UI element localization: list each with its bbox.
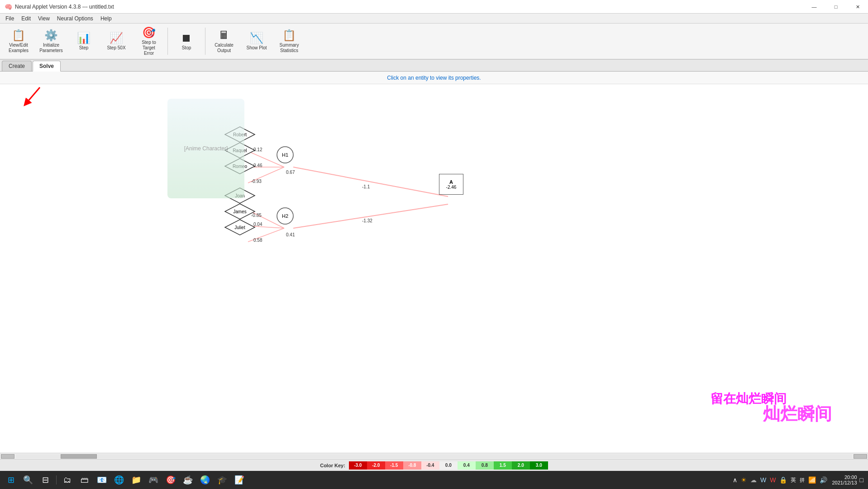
scroll-right-button[interactable] (854, 454, 867, 459)
summary-stats-label: SummaryStatistics (280, 43, 299, 53)
step-target-icon: 🎯 (142, 26, 156, 39)
scroll-track[interactable] (15, 454, 853, 459)
step-target-button[interactable]: 🎯 Step to TargetError (133, 25, 165, 57)
tab-bar: Create Solve (0, 60, 868, 72)
view-edit-button[interactable]: 📋 View/EditExamples (3, 25, 34, 57)
node-a-label: A (449, 179, 453, 185)
tray-icon1[interactable]: ☀ (740, 475, 748, 484)
taskbar-icon11[interactable]: 🎓 (215, 473, 229, 487)
taskbar-search-button[interactable]: 🔍 (21, 473, 35, 487)
svg-text:Joan: Joan (235, 193, 245, 198)
taskbar-explorer-icon[interactable]: 🗂 (60, 473, 75, 487)
colorkey-cell-neg08: -0.8 (403, 461, 421, 470)
menu-view[interactable]: View (34, 14, 53, 23)
show-plot-icon: 📉 (250, 32, 263, 44)
svg-text:Juliet: Juliet (234, 225, 245, 230)
node-juliet[interactable]: Juliet (224, 219, 256, 237)
colorkey-cell-pos08: 0.8 (476, 461, 494, 470)
scroll-thumb[interactable] (61, 454, 97, 459)
tab-solve[interactable]: Solve (33, 61, 61, 72)
menu-edit[interactable]: Edit (18, 14, 34, 23)
show-plot-button[interactable]: 📉 Show Plot (241, 25, 272, 57)
taskbar-start-button[interactable]: ⊞ (4, 473, 18, 487)
colorkey-cell-pos15: 1.5 (494, 461, 512, 470)
svg-text:Robert: Robert (233, 132, 247, 137)
menu-help[interactable]: Help (97, 14, 115, 23)
taskbar-store-icon[interactable]: 🗃 (77, 473, 92, 487)
svg-line-9 (293, 204, 448, 228)
titlebar: 🧠 Neural Applet Version 4.3.8 --- untitl… (0, 0, 868, 14)
stop-label: Stop (182, 45, 191, 51)
svg-text:H2: H2 (282, 213, 288, 219)
taskbar-icon8[interactable]: 🎯 (163, 473, 178, 487)
system-tray: ∧ ☀ ☁ W W 🔒 英 拼 📶 🔊 20:00 2021/12/13 □ (732, 471, 868, 489)
svg-line-1 (26, 87, 40, 103)
minimize-button[interactable]: — (804, 0, 825, 14)
menu-file[interactable]: File (2, 14, 18, 23)
init-params-button[interactable]: ⚙️ InitializeParameters (35, 25, 67, 57)
maximize-button[interactable]: □ (825, 0, 846, 14)
calculate-label: CalculateOutput (215, 43, 234, 53)
step-label: Step (79, 45, 89, 51)
tray-clock[interactable]: 20:00 2021/12/13 (832, 475, 857, 485)
taskbar-folder-icon[interactable]: 📁 (129, 473, 143, 487)
svg-text:Romeo: Romeo (233, 164, 248, 169)
taskbar-edge-icon[interactable]: 🌐 (112, 473, 126, 487)
svg-text:0.67: 0.67 (286, 170, 295, 175)
title-text: Neural Applet Version 4.3.8 --- untitled… (15, 4, 114, 10)
taskbar-icon9[interactable]: ☕ (181, 473, 195, 487)
colorkey-label: Color Key: (320, 463, 345, 468)
taskbar-taskview-button[interactable]: ⊟ (38, 473, 52, 487)
tray-lang[interactable]: 英 (790, 475, 797, 485)
tray-icon4[interactable]: W (769, 475, 777, 484)
toolbar: 📋 View/EditExamples ⚙️ InitializeParamet… (0, 24, 868, 60)
view-edit-label: View/EditExamples (9, 43, 29, 53)
svg-line-8 (293, 167, 448, 197)
close-button[interactable]: ✕ (847, 0, 868, 14)
taskbar-icon12[interactable]: 📝 (232, 473, 247, 487)
summary-stats-icon: 📋 (282, 29, 296, 42)
tray-volume[interactable]: 🔊 (819, 475, 828, 484)
tray-chevron[interactable]: ∧ (732, 475, 738, 484)
svg-text:-1.32: -1.32 (362, 218, 372, 223)
node-romeo[interactable]: Romeo (224, 158, 256, 176)
step-target-label: Step to TargetError (135, 40, 162, 56)
tray-icon3[interactable]: W (759, 475, 767, 484)
colorkey-cell-neg04: -0.4 (421, 461, 439, 470)
svg-text:0.41: 0.41 (286, 232, 295, 237)
colorkey-cell-pos04: 0.4 (458, 461, 476, 470)
colorkey-cell-pos2: 2.0 (512, 461, 530, 470)
stop-button[interactable]: ⏹ Stop (171, 25, 202, 57)
calculate-button[interactable]: 🖩 CalculateOutput (208, 25, 240, 57)
node-h1[interactable]: H1 (276, 146, 294, 165)
toolbar-separator-2 (205, 28, 205, 55)
view-edit-icon: 📋 (12, 29, 25, 42)
node-a[interactable]: A -2.46 (439, 174, 463, 195)
init-params-label: InitializeParameters (39, 43, 63, 53)
menu-neural-options[interactable]: Neural Options (53, 14, 97, 23)
taskbar-icon10[interactable]: 🌏 (198, 473, 212, 487)
horizontal-scrollbar[interactable] (0, 453, 868, 459)
taskbar-sep-1 (56, 475, 57, 484)
colorkey-cell-neg3: -3.0 (349, 461, 367, 470)
show-plot-label: Show Plot (246, 45, 267, 51)
summary-stats-button[interactable]: 📋 SummaryStatistics (273, 25, 305, 57)
step50x-button[interactable]: 📈 Step 50X (100, 25, 132, 57)
app-icon: 🧠 (5, 3, 12, 10)
tray-ime[interactable]: 拼 (799, 476, 806, 484)
taskbar-mail-icon[interactable]: 📧 (95, 473, 109, 487)
tray-icon2[interactable]: ☁ (749, 475, 758, 484)
tray-date: 2021/12/13 (832, 480, 857, 485)
calculate-icon: 🖩 (219, 29, 229, 42)
scroll-left-button[interactable] (1, 454, 14, 459)
main-canvas: Click on an entity to view its propertie… (0, 72, 868, 453)
taskbar-xbox-icon[interactable]: 🎮 (146, 473, 161, 487)
node-h2[interactable]: H2 (276, 207, 294, 226)
tray-notification[interactable]: □ (859, 475, 864, 484)
watermark-2: 灿烂瞬间 (763, 403, 832, 426)
tray-icon5[interactable]: 🔒 (778, 475, 788, 484)
tray-network[interactable]: 📶 (807, 475, 817, 484)
step-button[interactable]: 📊 Step (68, 25, 100, 57)
tab-create[interactable]: Create (2, 61, 32, 71)
svg-text:-1.1: -1.1 (362, 184, 370, 189)
